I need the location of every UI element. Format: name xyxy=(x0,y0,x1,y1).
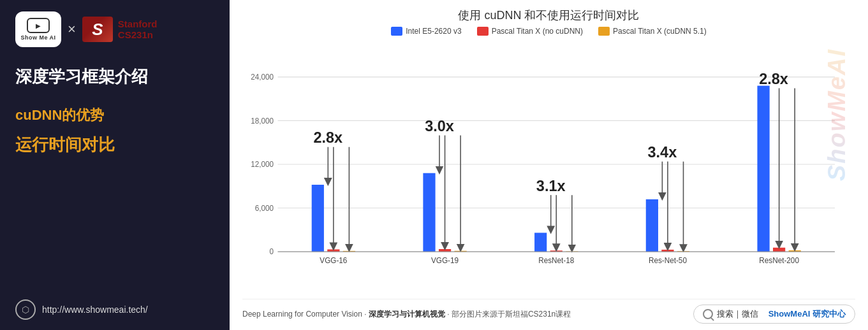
search-brand: ShowMeAI 研究中心 xyxy=(769,308,846,320)
right-panel: 使用 cuDNN 和不使用运行时间对比 Intel E5-2620 v3 Pas… xyxy=(230,0,868,330)
svg-rect-43 xyxy=(773,248,785,252)
footer-row: Deep Learning for Computer Vision · 深度学习… xyxy=(242,299,855,330)
nav-icon: ⬡ xyxy=(15,299,36,320)
search-icon xyxy=(703,309,713,319)
svg-rect-42 xyxy=(757,86,769,252)
svg-rect-19 xyxy=(439,249,451,252)
showme-logo-icon xyxy=(27,18,50,33)
svg-text:18,000: 18,000 xyxy=(251,117,274,126)
legend-item-1: Pascal Titan X (no cuDNN) xyxy=(477,27,583,36)
svg-text:3.1x: 3.1x xyxy=(536,176,566,194)
search-label: 搜索｜微信 xyxy=(717,308,758,320)
left-panel: Show Me AI × S Stanford CS231n 深度学习框架介绍 … xyxy=(0,0,230,330)
chart-area: ShowMeAI 06,00012,00018,00024,000VGG-162… xyxy=(242,42,855,299)
cross-sign: × xyxy=(68,21,76,38)
legend-label-0: Intel E5-2620 v3 xyxy=(406,27,461,36)
svg-rect-34 xyxy=(646,199,658,252)
footer-text: Deep Learning for Computer Vision · 深度学习… xyxy=(242,309,571,320)
svg-text:VGG-16: VGG-16 xyxy=(320,256,347,265)
legend-row: Intel E5-2620 v3 Pascal Titan X (no cuDN… xyxy=(242,27,855,36)
main-title: 深度学习框架介绍 xyxy=(15,65,214,88)
svg-text:3.4x: 3.4x xyxy=(648,143,677,161)
search-box[interactable]: 搜索｜微信 ShowMeAI 研究中心 xyxy=(693,305,855,324)
footer-text-2: 深度学习与计算机视觉 xyxy=(369,310,445,319)
legend-swatch-1 xyxy=(477,27,489,36)
svg-text:2.8x: 2.8x xyxy=(759,70,788,87)
legend-label-2: Pascal Titan X (cuDNN 5.1) xyxy=(613,27,707,36)
website-url[interactable]: http://www.showmeai.tech/ xyxy=(42,305,148,315)
website-row: ⬡ http://www.showmeai.tech/ xyxy=(15,299,214,320)
stanford-course: CS231n xyxy=(118,29,153,40)
svg-text:3.0x: 3.0x xyxy=(425,117,454,134)
svg-rect-10 xyxy=(312,185,324,252)
svg-text:ResNet-200: ResNet-200 xyxy=(759,256,799,265)
svg-rect-26 xyxy=(534,233,547,252)
legend-swatch-0 xyxy=(391,27,402,36)
legend-item-2: Pascal Titan X (cuDNN 5.1) xyxy=(598,27,707,36)
legend-item-0: Intel E5-2620 v3 xyxy=(391,27,461,36)
showme-logo: Show Me AI xyxy=(15,11,61,47)
showme-logo-text: Show Me AI xyxy=(20,34,55,41)
section-label-1: cuDNN的优势 xyxy=(15,106,214,125)
svg-text:Res-Net-50: Res-Net-50 xyxy=(649,256,687,265)
legend-label-1: Pascal Titan X (no cuDNN) xyxy=(492,27,583,36)
svg-text:2.8x: 2.8x xyxy=(313,129,342,146)
chart-svg: 06,00012,00018,00024,000VGG-162.8xVGG-19… xyxy=(242,42,855,280)
section-label-2: 运行时间对比 xyxy=(15,134,214,156)
svg-rect-18 xyxy=(423,173,435,252)
legend-swatch-2 xyxy=(598,27,610,36)
stanford-name: Stanford xyxy=(118,18,158,29)
svg-text:24,000: 24,000 xyxy=(251,73,274,82)
chart-title: 使用 cuDNN 和不使用运行时间对比 xyxy=(242,8,855,23)
stanford-logo: S Stanford CS231n xyxy=(82,17,158,42)
footer-text-3: · 部分图片来源于斯坦福CS231n课程 xyxy=(445,310,571,319)
svg-text:0: 0 xyxy=(270,247,274,256)
footer-text-1: Deep Learning for Computer Vision · xyxy=(242,310,369,319)
svg-text:6,000: 6,000 xyxy=(255,204,274,213)
stanford-text: Stanford CS231n xyxy=(118,18,158,40)
svg-text:VGG-19: VGG-19 xyxy=(431,256,459,265)
svg-text:12,000: 12,000 xyxy=(251,160,274,169)
logo-row: Show Me AI × S Stanford CS231n xyxy=(15,11,214,47)
svg-text:ResNet-18: ResNet-18 xyxy=(538,256,574,265)
stanford-s-logo: S xyxy=(82,17,113,42)
